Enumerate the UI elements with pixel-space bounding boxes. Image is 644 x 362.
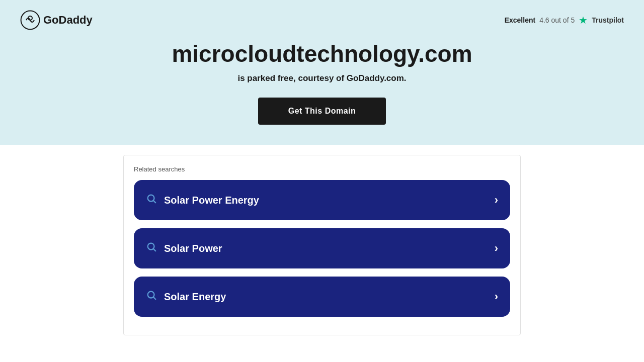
trustpilot-area: Excellent 4.6 out of 5 ★ Trustpilot [505, 14, 624, 26]
svg-line-5 [153, 249, 155, 251]
trustpilot-logo-text: Trustpilot [592, 16, 624, 24]
search-icon [146, 193, 157, 207]
search-icon [146, 290, 157, 304]
related-searches-label: Related searches [134, 165, 510, 173]
search-items-container: Solar Power Energy › Solar Power › [134, 180, 510, 317]
chevron-right-icon: › [495, 194, 498, 207]
header-section: GoDaddy Excellent 4.6 out of 5 ★ Trustpi… [0, 0, 644, 145]
search-item[interactable]: Solar Power Energy › [134, 180, 510, 220]
domain-title: microcloudtechnology.com [172, 40, 472, 67]
main-content: Related searches Solar Power Energy › [0, 145, 644, 345]
svg-line-7 [153, 297, 155, 299]
godaddy-logo-text: GoDaddy [43, 14, 93, 27]
search-item-label: Solar Energy [164, 291, 226, 303]
search-item-left: Solar Power Energy [146, 193, 259, 207]
trustpilot-rating: 4.6 out of 5 [539, 16, 575, 24]
godaddy-logo[interactable]: GoDaddy [20, 10, 93, 30]
search-item[interactable]: Solar Energy › [134, 277, 510, 317]
chevron-right-icon: › [495, 242, 498, 255]
search-item-label: Solar Power Energy [164, 195, 259, 206]
get-domain-button[interactable]: Get This Domain [258, 98, 386, 125]
svg-line-3 [153, 201, 155, 203]
header-nav: GoDaddy Excellent 4.6 out of 5 ★ Trustpi… [20, 10, 624, 30]
trustpilot-star-icon: ★ [579, 14, 588, 26]
domain-subtitle: is parked free, courtesy of GoDaddy.com. [237, 73, 406, 83]
search-icon [146, 241, 157, 255]
search-item-left: Solar Power [146, 241, 222, 255]
search-item-left: Solar Energy [146, 290, 226, 304]
search-panel: Related searches Solar Power Energy › [123, 155, 521, 335]
search-item-label: Solar Power [164, 243, 222, 254]
search-item[interactable]: Solar Power › [134, 228, 510, 268]
trustpilot-excellent: Excellent [505, 16, 535, 24]
chevron-right-icon: › [495, 290, 498, 303]
godaddy-logo-icon [20, 10, 40, 30]
trustpilot-logo: Trustpilot [592, 16, 624, 24]
